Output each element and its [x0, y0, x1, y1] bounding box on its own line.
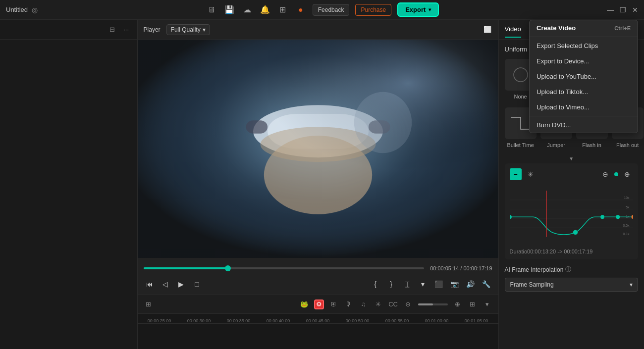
center-column: Player Full Quality ▾ ⬜ — [138, 20, 498, 349]
expand-chevron-icon: ▼ — [569, 156, 574, 161]
monitor-icon[interactable]: 🖥 — [206, 4, 217, 16]
center-panel: Player Full Quality ▾ ⬜ — [138, 20, 498, 295]
user-icon[interactable]: ● — [295, 4, 307, 16]
video-overlay — [138, 40, 498, 258]
svg-rect-9 — [138, 40, 498, 258]
volume-button[interactable]: 🔊 — [465, 278, 477, 290]
svg-point-25 — [600, 215, 604, 219]
duration-text: Duratio00:00:13:20 -> 00:00:17:19 — [510, 249, 633, 254]
grid-tl-icon[interactable]: ⊞ — [468, 299, 478, 309]
ruler-mark-7: 00:01:00:00 — [417, 318, 457, 323]
svg-point-26 — [616, 215, 620, 219]
pip-button[interactable]: ⬛ — [433, 278, 445, 290]
shield-tl-icon[interactable]: ⛨ — [329, 299, 339, 309]
title-status-icon: ◎ — [32, 6, 38, 14]
burn-dvd-item[interactable]: Burn DVD... — [530, 117, 638, 133]
export-selected-item[interactable]: Export Selected Clips — [530, 38, 638, 53]
ruler-mark-3: 00:00:40:00 — [259, 318, 298, 323]
expand-arrow[interactable]: ▼ — [505, 156, 638, 161]
zoom-plus-tl[interactable]: ⊕ — [453, 299, 463, 309]
progress-track[interactable] — [144, 267, 425, 269]
zoom-slider[interactable] — [418, 303, 448, 305]
sidebar-content — [0, 40, 137, 349]
settings-button[interactable]: 🔧 — [481, 278, 492, 290]
progress-thumb[interactable] — [225, 265, 231, 271]
filter-icon[interactable]: ⊟ — [107, 25, 117, 35]
save-icon[interactable]: 💾 — [223, 4, 235, 16]
ai-info-icon[interactable]: ⓘ — [565, 265, 571, 274]
minimize-button[interactable]: — — [607, 6, 614, 14]
stop-button[interactable]: □ — [191, 278, 203, 290]
mark-in-button[interactable]: { — [370, 278, 381, 290]
left-sidebar: ⊟ ··· — [0, 20, 138, 349]
quality-select[interactable]: Full Quality ▾ — [166, 24, 210, 35]
graph-minus-btn[interactable]: − — [510, 168, 522, 180]
svg-text:1x: 1x — [626, 215, 630, 218]
speed-label-jumper: Jumper — [547, 142, 565, 148]
ruler-mark-1: 00:00:30:00 — [179, 318, 219, 323]
ai-select[interactable]: Frame Sampling ▾ — [505, 278, 638, 292]
ruler-mark-5: 00:00:50:00 — [338, 318, 377, 323]
svg-point-24 — [573, 230, 577, 235]
export-device-item[interactable]: Export to Device... — [530, 53, 638, 69]
frog-icon[interactable]: 🐸 — [299, 299, 309, 309]
app-title: Untitled — [6, 6, 28, 13]
player-toolbar: Player Full Quality ▾ ⬜ — [138, 20, 498, 40]
settings-tl-icon[interactable]: ⚙ — [314, 299, 324, 309]
feedback-button[interactable]: Feedback — [313, 4, 350, 16]
split-button[interactable]: ⌶ — [401, 278, 413, 290]
timeline-collapse-icon[interactable]: ⊞ — [144, 299, 154, 309]
play-button[interactable]: ▶ — [175, 278, 187, 290]
create-video-item[interactable]: Create Video Ctrl+E — [530, 20, 638, 36]
maximize-button[interactable]: ❐ — [620, 6, 626, 14]
ruler-marks: 00:00:25:00 00:00:30:00 00:00:35:00 00:0… — [140, 314, 496, 323]
purchase-button[interactable]: Purchase — [355, 4, 391, 16]
speed-label-flash-in: Flash in — [582, 142, 601, 148]
svg-point-23 — [510, 215, 512, 219]
step-back-button[interactable]: ⏮ — [144, 278, 156, 290]
more-options-icon[interactable]: ··· — [121, 25, 131, 35]
frame-back-button[interactable]: ◁ — [160, 278, 171, 290]
upload-vimeo-item[interactable]: Upload to Vimeo... — [530, 100, 638, 115]
apps-icon[interactable]: ⊞ — [277, 4, 289, 16]
speed-graph-svg[interactable]: 10x 5x 1x 0.5x 0.1x — [510, 184, 633, 244]
svg-rect-5 — [369, 120, 390, 133]
caption-tl-icon[interactable]: CC — [388, 299, 398, 309]
svg-text:0.5x: 0.5x — [623, 224, 630, 227]
svg-point-2 — [253, 105, 383, 157]
close-button[interactable]: ✕ — [632, 6, 638, 14]
export-button[interactable]: Export ▾ — [397, 2, 439, 17]
export-chevron-icon: ▾ — [429, 7, 431, 12]
upload-tiktok-item[interactable]: Upload to Tiktok... — [530, 84, 638, 100]
bug-tl-icon[interactable]: ✳ — [374, 299, 383, 309]
ruler-mark-2: 00:00:35:00 — [219, 318, 259, 323]
video-frame — [138, 40, 498, 258]
graph-zoom-out-btn[interactable]: ⊖ — [599, 168, 611, 180]
zoom-minus-tl[interactable]: ⊖ — [403, 299, 413, 309]
tab-video[interactable]: Video — [505, 21, 521, 38]
mic-tl-icon[interactable]: 🎙 — [344, 299, 354, 309]
graph-zoom-in-btn[interactable]: ⊕ — [621, 168, 633, 180]
time-display: 00:00:05:14 / 00:00:17:19 — [430, 265, 492, 271]
snapshot-button[interactable]: 📷 — [449, 278, 461, 290]
svg-text:10x: 10x — [624, 196, 630, 199]
player-toolbar-right: ⬜ — [483, 25, 492, 35]
mark-out-button[interactable]: } — [385, 278, 397, 290]
export-dropdown: Create Video Ctrl+E Export Selected Clip… — [529, 20, 638, 133]
quality-chevron-icon: ▾ — [203, 26, 206, 33]
more-tl-icon[interactable]: ▾ — [483, 299, 492, 309]
upload-youtube-item[interactable]: Upload to YouTube... — [530, 69, 638, 84]
split-chevron-button[interactable]: ▾ — [417, 278, 429, 290]
bell-icon[interactable]: 🔔 — [259, 4, 271, 16]
graph-btns-left: − ✳ — [510, 168, 537, 180]
svg-point-8 — [354, 92, 411, 153]
player-expand-icon[interactable]: ⬜ — [483, 25, 492, 35]
svg-point-7 — [260, 127, 376, 162]
graph-snowflake-btn[interactable]: ✳ — [525, 168, 537, 180]
timeline-tracks — [138, 324, 498, 349]
player-area — [138, 40, 498, 258]
graph-dot — [614, 172, 618, 176]
speed-label-flash-out: Flash out — [616, 142, 639, 148]
music-tl-icon[interactable]: ♫ — [359, 299, 369, 309]
cloud-icon[interactable]: ☁ — [241, 4, 253, 16]
